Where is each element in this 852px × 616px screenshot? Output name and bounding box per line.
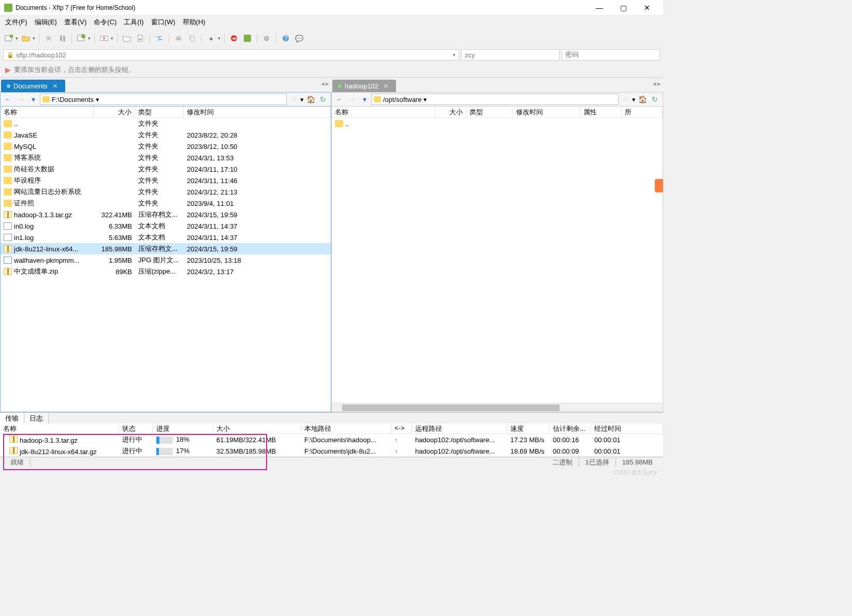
sync-icon[interactable]	[98, 33, 110, 44]
home-icon[interactable]: 🏠	[305, 94, 316, 105]
path-dropdown-icon[interactable]: ▾	[96, 96, 99, 103]
url-dropdown-icon[interactable]: ▾	[453, 52, 456, 57]
red-circle-icon[interactable]	[228, 33, 240, 44]
tab-prev-icon[interactable]: ◂	[321, 80, 325, 87]
path-dropdown-icon[interactable]: ▾	[423, 96, 427, 103]
col-attr[interactable]: 属性	[580, 107, 622, 117]
file-row[interactable]: 网站流量日志分析系统文件夹2024/3/12, 21:13	[1, 186, 331, 198]
reconnect-icon[interactable]	[43, 33, 54, 44]
file-row[interactable]: in0.log6.33MB文本文档2024/3/11, 14:37	[1, 220, 331, 232]
tcol-name[interactable]: 名称	[0, 424, 119, 433]
file-row[interactable]: ..文件夹	[1, 118, 331, 129]
bookmark-icon[interactable]: ☆	[288, 94, 299, 105]
new-win-icon[interactable]	[76, 33, 87, 44]
h-scrollbar[interactable]	[332, 403, 663, 412]
tcol-eta[interactable]: 估计剩余...	[550, 424, 591, 433]
tab-hadoop102[interactable]: hadoop102 ✕	[332, 80, 396, 92]
file-row[interactable]: JavaSE文件夹2023/8/22, 20:28	[1, 129, 331, 141]
tcol-elapsed[interactable]: 经过时间	[591, 424, 663, 433]
upload-icon[interactable]	[135, 33, 146, 44]
url-input[interactable]: 🔒 sftp://hadoop102 ▾	[3, 49, 459, 61]
user-input[interactable]: zcy	[461, 49, 560, 61]
transfer-row[interactable]: jdk-8u212-linux-x64.tar.gz进行中17%32.53MB/…	[0, 445, 663, 457]
file-row[interactable]: hadoop-3.1.3.tar.gz322.41MB压缩存档文...2024/…	[1, 209, 331, 220]
menu-command[interactable]: 命令(C)	[91, 17, 120, 28]
tcol-dir[interactable]: <->	[391, 424, 412, 433]
tcol-size[interactable]: 大小	[213, 424, 301, 433]
tcol-remote[interactable]: 远程路径	[412, 424, 507, 433]
menu-edit[interactable]: 编辑(E)	[32, 17, 60, 28]
swap-icon[interactable]	[154, 33, 165, 44]
transfer-row[interactable]: hadoop-3.1.3.tar.gz进行中18%61.19MB/322.41M…	[0, 434, 663, 445]
file-row[interactable]: 中文成绩单.zip89KB压缩(zippe...2024/3/2, 13:17	[1, 266, 331, 277]
copy-icon[interactable]	[186, 33, 198, 44]
col-modified[interactable]: 修改时间	[513, 107, 580, 117]
file-row[interactable]: 尚硅谷大数据文件夹2024/3/11, 17:10	[1, 163, 331, 175]
file-row[interactable]: wallhaven-pkmpmm...1.95MBJPG 图片文...2023/…	[1, 254, 331, 266]
up-button[interactable]: ▾	[359, 94, 370, 105]
forward-button[interactable]: →	[15, 94, 26, 105]
menu-tools[interactable]: 工具(I)	[121, 17, 146, 28]
back-button[interactable]: ←	[3, 94, 14, 105]
tcol-progress[interactable]: 进度	[153, 424, 213, 433]
col-name[interactable]: 名称	[332, 107, 435, 117]
home-icon[interactable]: 🏠	[637, 94, 648, 105]
refresh-icon[interactable]: ↻	[317, 94, 329, 105]
maximize-button[interactable]: ▢	[611, 0, 635, 16]
menu-help[interactable]: 帮助(H)	[180, 17, 209, 28]
col-owner[interactable]: 所	[622, 107, 663, 117]
tab-log[interactable]: 日志	[24, 413, 49, 424]
left-file-body[interactable]: ..文件夹JavaSE文件夹2023/8/22, 20:28MySQL文件夹20…	[1, 118, 331, 412]
disconnect-icon[interactable]: ⛓	[56, 33, 68, 44]
help-icon[interactable]: ?	[280, 33, 291, 44]
menu-window[interactable]: 窗口(W)	[148, 17, 179, 28]
tab-close-icon[interactable]: ✕	[384, 83, 388, 89]
stop-icon[interactable]: ●	[205, 33, 217, 44]
tab-transfer[interactable]: 传输	[0, 413, 24, 424]
file-row[interactable]: in1.log5.63MB文本文档2024/3/11, 14:37	[1, 232, 331, 243]
col-size[interactable]: 大小	[435, 107, 466, 117]
close-button[interactable]: ✕	[635, 0, 659, 16]
new-session-icon[interactable]	[3, 33, 14, 44]
green-square-icon[interactable]	[242, 33, 253, 44]
right-path-input[interactable]: /opt/software ▾	[371, 94, 619, 105]
new-folder-icon[interactable]	[121, 33, 133, 44]
open-session-icon[interactable]	[20, 33, 32, 44]
forward-button[interactable]: →	[346, 94, 358, 105]
gear-icon[interactable]: ⚙	[261, 33, 272, 44]
tcol-local[interactable]: 本地路径	[301, 424, 391, 433]
menu-file[interactable]: 文件(F)	[2, 17, 31, 28]
tcol-status[interactable]: 状态	[119, 424, 153, 433]
col-type[interactable]: 类型	[135, 107, 184, 117]
file-row[interactable]: 博客系统文件夹2024/3/1, 13:53	[1, 152, 331, 163]
col-name[interactable]: 名称	[1, 107, 94, 117]
svg-rect-5	[138, 35, 142, 41]
print-icon[interactable]	[173, 33, 184, 44]
file-row[interactable]: MySQL文件夹2023/8/12, 10:50	[1, 141, 331, 152]
file-row[interactable]: 毕设程序文件夹2024/3/11, 11:46	[1, 175, 331, 186]
col-modified[interactable]: 修改时间	[184, 107, 331, 117]
refresh-icon[interactable]: ↻	[649, 94, 660, 105]
file-row[interactable]: ..	[332, 118, 663, 129]
col-size[interactable]: 大小	[94, 107, 135, 117]
tab-next-icon[interactable]: ▸	[326, 80, 329, 87]
right-file-body[interactable]: ..	[332, 118, 663, 412]
chat-icon[interactable]: 💬	[293, 33, 305, 44]
file-row[interactable]: 证件照文件夹2023/9/4, 11:01	[1, 198, 331, 209]
minimize-button[interactable]: ―	[587, 0, 611, 16]
menu-view[interactable]: 查看(V)	[61, 17, 90, 28]
up-button[interactable]: ▾	[27, 94, 39, 105]
bookmark-icon[interactable]: ☆	[620, 94, 631, 105]
password-input[interactable]: 密码	[562, 49, 660, 61]
file-type: 压缩(zippe...	[135, 267, 184, 276]
left-path-input[interactable]: F:\Documents ▾	[40, 94, 287, 105]
back-button[interactable]: ←	[334, 94, 345, 105]
file-row[interactable]: jdk-8u212-linux-x64...185.98MB压缩存档文...20…	[1, 243, 331, 254]
tab-documents[interactable]: Documents ✕	[1, 80, 65, 92]
tcol-speed[interactable]: 速度	[507, 424, 550, 433]
path-text: /opt/software	[383, 96, 421, 103]
tab-close-icon[interactable]: ✕	[53, 83, 57, 89]
tab-nav: ◂▸	[321, 80, 329, 87]
col-type[interactable]: 类型	[466, 107, 513, 117]
file-name: wallhaven-pkmpmm...	[14, 257, 79, 264]
